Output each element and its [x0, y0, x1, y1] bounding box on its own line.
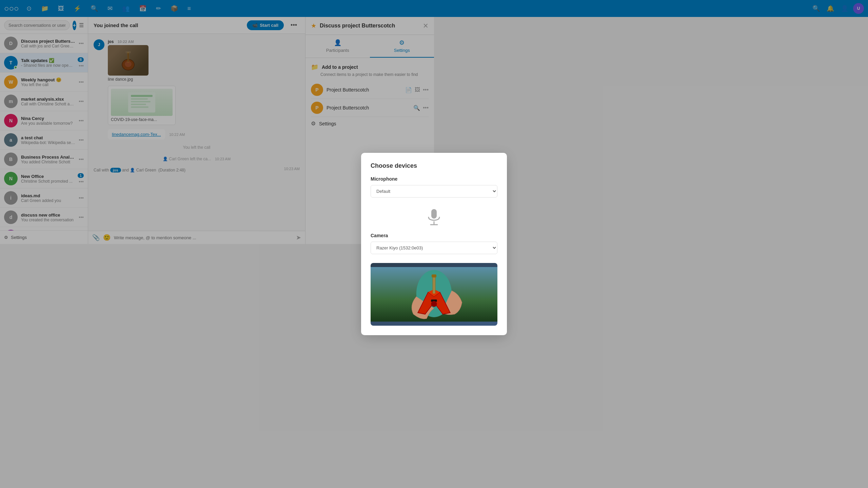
camera-label: Camera [371, 233, 434, 238]
microphone-label: Microphone [371, 176, 434, 182]
microphone-select[interactable]: Default [371, 185, 434, 198]
choose-devices-modal: Choose devices Microphone Default Camera… [361, 153, 434, 244]
modal-overlay[interactable]: Choose devices Microphone Default Camera… [0, 0, 434, 244]
svg-rect-13 [431, 209, 434, 219]
microphone-icon [426, 208, 434, 227]
mic-icon-display [371, 208, 434, 227]
modal-title: Choose devices [371, 162, 434, 169]
camera-select[interactable]: Razer Kiyo (1532:0e03) [371, 242, 434, 244]
